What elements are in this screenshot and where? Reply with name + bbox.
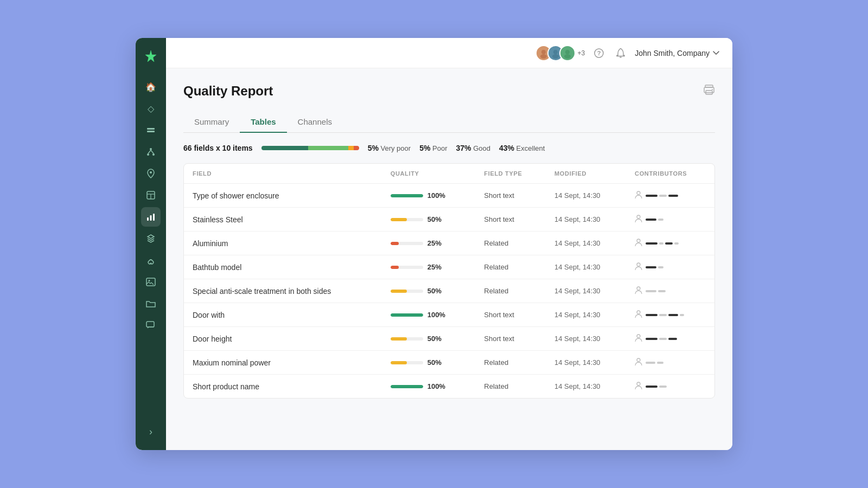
field-contributors bbox=[626, 184, 714, 208]
svg-point-31 bbox=[637, 215, 640, 219]
field-modified: 14 Sept, 14:30 bbox=[546, 208, 626, 232]
field-modified: 14 Sept, 14:30 bbox=[546, 255, 626, 279]
expand-icon[interactable]: › bbox=[141, 422, 161, 441]
field-type: Short text bbox=[475, 327, 546, 351]
stack-icon[interactable] bbox=[141, 229, 161, 248]
print-icon[interactable] bbox=[703, 85, 715, 98]
field-quality: 100% bbox=[382, 375, 476, 399]
field-type: Related bbox=[475, 279, 546, 303]
avatar-3 bbox=[559, 45, 576, 61]
stat-poor: 5% Poor bbox=[419, 144, 447, 152]
field-type: Related bbox=[475, 375, 546, 399]
col-quality: QUALITY bbox=[382, 164, 476, 184]
table-row: Door height50%Short text14 Sept, 14:30 bbox=[184, 327, 714, 351]
person-icon bbox=[635, 190, 642, 201]
field-name: Door height bbox=[184, 327, 382, 351]
folder-icon[interactable] bbox=[141, 294, 161, 313]
sidebar: 🏠 ◇ › bbox=[136, 38, 166, 450]
notification-icon[interactable] bbox=[613, 46, 628, 61]
field-quality: 50% bbox=[382, 279, 476, 303]
person-icon bbox=[635, 310, 642, 320]
layers-icon[interactable] bbox=[141, 120, 161, 140]
contributor-bars bbox=[646, 338, 677, 340]
svg-line-6 bbox=[151, 150, 154, 153]
svg-rect-14 bbox=[146, 278, 155, 286]
quality-bar bbox=[261, 146, 359, 150]
field-name: Maxium nominal power bbox=[184, 351, 382, 375]
field-type: Related bbox=[475, 232, 546, 255]
fields-count: 66 fields x 10 items bbox=[183, 144, 253, 152]
table-row: Door with100%Short text14 Sept, 14:30 bbox=[184, 303, 714, 327]
svg-rect-12 bbox=[150, 215, 152, 221]
tab-tables[interactable]: Tables bbox=[240, 112, 286, 133]
avatars: +3 bbox=[535, 45, 585, 61]
field-contributors bbox=[626, 208, 714, 232]
page-header: Quality Report bbox=[183, 84, 715, 99]
svg-point-18 bbox=[540, 54, 547, 59]
bar-good bbox=[308, 146, 348, 150]
git-icon[interactable] bbox=[141, 142, 161, 162]
table-row: Type of shower enclosure100%Short text14… bbox=[184, 184, 714, 208]
field-modified: 14 Sept, 14:30 bbox=[546, 303, 626, 327]
contributor-bars bbox=[646, 266, 663, 268]
contributor-bars bbox=[646, 386, 667, 388]
svg-rect-11 bbox=[147, 217, 149, 221]
person-icon bbox=[635, 214, 642, 224]
user-name: John Smith, Company bbox=[635, 49, 710, 57]
avatar-count: +3 bbox=[578, 49, 585, 57]
stat-excellent: 43% Excellent bbox=[499, 144, 545, 152]
table-icon[interactable] bbox=[141, 185, 161, 205]
table-header-row: FIELD QUALITY FIELD TYPE MODIFIED CONTRI… bbox=[184, 164, 714, 184]
field-name: Type of shower enclosure bbox=[184, 184, 382, 208]
image-icon[interactable] bbox=[141, 272, 161, 292]
field-quality: 100% bbox=[382, 303, 476, 327]
help-icon[interactable]: ? bbox=[591, 46, 607, 61]
home-icon[interactable]: 🏠 bbox=[141, 77, 161, 97]
stats-bar: 66 fields x 10 items 5% Very poor 5% Poo… bbox=[183, 144, 715, 152]
tab-channels[interactable]: Channels bbox=[287, 112, 343, 133]
svg-point-38 bbox=[637, 382, 640, 386]
bar-verypoor bbox=[354, 146, 359, 150]
field-name: Stainless Steel bbox=[184, 208, 382, 232]
table-row: Aluminium25%Related14 Sept, 14:30 bbox=[184, 232, 714, 255]
location-icon[interactable] bbox=[141, 164, 161, 183]
svg-point-33 bbox=[637, 263, 640, 266]
svg-rect-13 bbox=[153, 214, 155, 221]
svg-point-21 bbox=[565, 50, 570, 54]
field-quality: 50% bbox=[382, 327, 476, 351]
field-name: Short product name bbox=[184, 375, 382, 399]
bar-excellent bbox=[261, 146, 308, 150]
svg-rect-1 bbox=[147, 131, 155, 132]
user-menu[interactable]: John Smith, Company bbox=[635, 49, 719, 57]
field-contributors bbox=[626, 303, 714, 327]
field-contributors bbox=[626, 232, 714, 255]
link-icon[interactable] bbox=[141, 251, 161, 270]
table-row: Bathtub model25%Related14 Sept, 14:30 bbox=[184, 255, 714, 279]
field-modified: 14 Sept, 14:30 bbox=[546, 279, 626, 303]
col-modified: MODIFIED bbox=[546, 164, 626, 184]
tag-icon[interactable]: ◇ bbox=[141, 99, 161, 118]
tab-summary[interactable]: Summary bbox=[183, 112, 240, 133]
svg-point-19 bbox=[553, 50, 558, 54]
col-field-type: FIELD TYPE bbox=[475, 164, 546, 184]
field-type: Related bbox=[475, 255, 546, 279]
svg-point-32 bbox=[637, 239, 640, 242]
svg-point-2 bbox=[150, 148, 152, 150]
field-type: Short text bbox=[475, 208, 546, 232]
table-container: FIELD QUALITY FIELD TYPE MODIFIED CONTRI… bbox=[183, 163, 715, 399]
person-icon bbox=[635, 333, 642, 344]
svg-point-3 bbox=[147, 153, 149, 156]
field-modified: 14 Sept, 14:30 bbox=[546, 375, 626, 399]
svg-point-36 bbox=[637, 335, 640, 338]
chat-icon[interactable] bbox=[141, 316, 161, 335]
svg-point-20 bbox=[552, 54, 559, 59]
svg-point-30 bbox=[637, 191, 640, 195]
person-icon bbox=[635, 357, 642, 368]
content: Quality Report Summary Tables Channels 6… bbox=[166, 68, 732, 450]
stat-verypoor: 5% Very poor bbox=[368, 144, 411, 152]
field-quality: 25% bbox=[382, 232, 476, 255]
field-contributors bbox=[626, 351, 714, 375]
topbar: +3 ? John Smith, Company bbox=[166, 38, 732, 68]
page-title: Quality Report bbox=[183, 84, 273, 99]
chart-icon[interactable] bbox=[141, 207, 161, 227]
